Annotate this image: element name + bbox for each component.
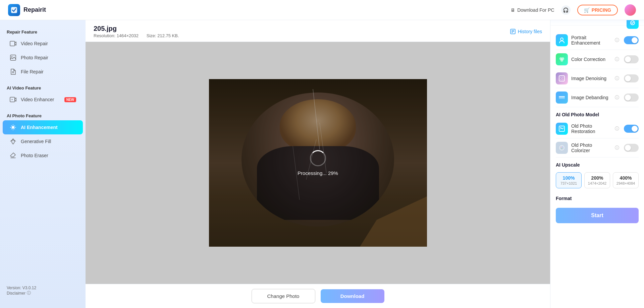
portrait-enhancement-label: Portrait Enhancement <box>571 35 611 46</box>
color-correction-info-icon[interactable]: ⓘ <box>615 56 619 62</box>
svg-rect-1 <box>10 41 15 46</box>
file-info-left: 205.jpg Resolution: 1464×2032 Size: 212.… <box>94 25 186 38</box>
video-enhancer-icon <box>9 96 17 103</box>
sidebar-item-video-enhancer[interactable]: Video Enhancer NEW <box>3 93 83 107</box>
sidebar-section-ai-video: AI Video Feature <box>0 83 86 93</box>
svg-point-3 <box>11 56 12 57</box>
image-denoising-row: Image Denoising ⓘ <box>556 69 639 88</box>
portrait-info-icon[interactable]: ⓘ <box>615 37 619 43</box>
main-layout: Repair Feature Video Repair Photo Repair <box>0 20 644 308</box>
app-logo-icon <box>8 4 20 16</box>
processing-spinner <box>310 150 326 166</box>
file-repair-icon <box>9 68 17 75</box>
start-button[interactable]: Start <box>556 208 639 223</box>
upscale-100-button[interactable]: 100% 737×1021 <box>556 172 582 188</box>
upscale-400-button[interactable]: 400% 2948×4084 <box>613 172 639 188</box>
photo-display: Processing... 29% <box>209 79 427 247</box>
download-button[interactable]: Download <box>321 289 384 303</box>
photo-eraser-icon <box>9 152 17 159</box>
upscale-200-button[interactable]: 200% 1474×2042 <box>584 172 610 188</box>
video-repair-label: Video Repair <box>21 41 48 46</box>
right-panel-top-stub <box>550 20 644 25</box>
old-photo-restoration-label: Old Photo Restoration <box>571 123 611 134</box>
upscale-400-dim: 2948×4084 <box>614 181 637 185</box>
sidebar-item-photo-eraser[interactable]: Photo Eraser <box>3 148 83 163</box>
action-bar: Change Photo Download <box>86 284 550 308</box>
file-name: 205.jpg <box>94 25 186 33</box>
download-pc-button[interactable]: 🖥 Download For PC <box>511 7 554 13</box>
sidebar-item-video-repair[interactable]: Video Repair <box>3 37 83 51</box>
ai-old-photo-title: AI Old Photo Model <box>556 107 639 119</box>
image-denoising-icon <box>556 72 568 84</box>
upscale-100-pct: 100% <box>557 175 580 181</box>
file-info-bar: 205.jpg Resolution: 1464×2032 Size: 212.… <box>86 20 550 42</box>
old-photo-colorizer-icon <box>556 142 568 154</box>
ai-enhancement-label: AI Enhancement <box>21 125 58 130</box>
color-correction-label: Color Correction <box>571 57 611 62</box>
sidebar-item-ai-enhancement[interactable]: AI Enhancement <box>3 120 83 134</box>
old-photo-restoration-toggle[interactable] <box>624 125 639 133</box>
ai-enhancement-icon <box>9 124 17 131</box>
file-repair-label: File Repair <box>21 69 44 74</box>
content-area: 205.jpg Resolution: 1464×2032 Size: 212.… <box>86 20 550 308</box>
svg-point-27 <box>561 78 562 79</box>
svg-point-25 <box>562 77 563 78</box>
generative-fill-icon <box>9 138 17 145</box>
new-badge: NEW <box>64 97 76 102</box>
photo-repair-icon <box>9 54 17 61</box>
file-size: Size: 212.75 KB. <box>147 33 179 38</box>
image-denoising-toggle[interactable] <box>624 74 639 82</box>
old-photo-colorizer-toggle[interactable] <box>624 144 639 152</box>
change-photo-button[interactable]: Change Photo <box>252 289 315 303</box>
colorizer-info-icon[interactable]: ⓘ <box>615 145 619 151</box>
image-debanding-label: Image Debanding <box>571 95 611 100</box>
sidebar-item-generative-fill[interactable]: Generative Fill <box>3 134 83 148</box>
portrait-enhancement-toggle[interactable] <box>624 36 639 44</box>
old-photo-colorizer-row: Old Photo Colorizer ⓘ <box>556 138 639 158</box>
image-debanding-icon <box>556 91 568 104</box>
generative-fill-label: Generative Fill <box>21 139 51 144</box>
help-icon-button[interactable]: 🎧 <box>561 5 571 15</box>
image-denoising-label: Image Denoising <box>571 76 611 81</box>
video-enhancer-label: Video Enhancer <box>21 97 54 102</box>
svg-point-18 <box>560 38 563 41</box>
sidebar: Repair Feature Video Repair Photo Repair <box>0 20 86 308</box>
video-repair-icon <box>9 40 17 47</box>
user-avatar[interactable] <box>625 4 636 16</box>
history-files-button[interactable]: History files <box>510 28 542 35</box>
history-icon <box>510 28 516 35</box>
sidebar-item-photo-repair[interactable]: Photo Repair <box>3 51 83 65</box>
svg-point-29 <box>560 127 561 128</box>
disclaimer-link[interactable]: Disclaimer ⓘ <box>7 290 79 296</box>
photo-eraser-label: Photo Eraser <box>21 153 48 158</box>
debanding-info-icon[interactable]: ⓘ <box>615 95 619 101</box>
file-resolution: Resolution: 1464×2032 <box>94 33 139 38</box>
svg-point-7 <box>12 126 14 129</box>
upscale-options: 100% 737×1021 200% 1474×2042 400% 2948×4… <box>556 172 639 188</box>
svg-point-32 <box>562 147 563 147</box>
portrait-enhancement-icon <box>556 34 568 46</box>
sidebar-item-file-repair[interactable]: File Repair <box>3 65 83 79</box>
upscale-400-pct: 400% <box>614 175 637 181</box>
image-debanding-row: Image Debanding ⓘ <box>556 88 639 107</box>
old-photo-colorizer-label: Old Photo Colorizer <box>571 142 611 153</box>
sidebar-section-repair: Repair Feature <box>0 27 86 37</box>
monitor-icon: 🖥 <box>511 7 515 13</box>
version-label: Version: V3.0.12 <box>7 286 79 290</box>
sidebar-section-ai-photo: AI Photo Feature <box>0 111 86 120</box>
right-panel-inner: Portrait Enhancement ⓘ Color Correction … <box>550 25 644 229</box>
photo-repair-label: Photo Repair <box>21 55 48 60</box>
pricing-button[interactable]: 🛒 PRICING <box>577 5 618 15</box>
processing-text: Processing... 29% <box>298 170 338 176</box>
format-title: Format <box>556 193 639 204</box>
cart-icon: 🛒 <box>584 7 590 13</box>
ai-upscale-title: AI Upscale <box>556 158 639 170</box>
denoising-info-icon[interactable]: ⓘ <box>615 75 619 81</box>
header-right: 🖥 Download For PC 🎧 🛒 PRICING <box>511 4 636 16</box>
restoration-info-icon[interactable]: ⓘ <box>615 126 619 132</box>
svg-point-31 <box>561 147 561 147</box>
color-correction-toggle[interactable] <box>624 55 639 63</box>
app-title: Repairit <box>23 6 46 13</box>
upscale-100-dim: 737×1021 <box>557 181 580 185</box>
image-debanding-toggle[interactable] <box>624 94 639 102</box>
